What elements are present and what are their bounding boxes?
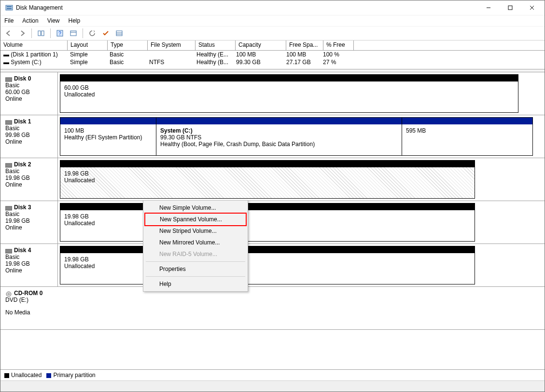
col-capacity[interactable]: Capacity [236,41,286,50]
disk-row-cdrom: CD-ROM 0 DVD (E:) No Media [0,286,545,330]
menu-new-simple-volume[interactable]: New Simple Volume... [145,202,246,214]
disk-row-3: Disk 3 Basic 19.98 GB Online 19.98 GB Un… [0,201,545,244]
disk-icon [5,248,12,253]
col-pctfree[interactable]: % Free [323,41,354,50]
svg-rect-0 [6,5,13,10]
partition-efi[interactable]: 100 MB Healthy (EFI System Partition) [60,117,156,156]
context-menu: New Simple Volume... New Spanned Volume.… [143,200,248,292]
disk-info[interactable]: Disk 2 Basic 19.98 GB Online [0,158,58,201]
menu-new-raid5-volume: New RAID-5 Volume... [145,248,246,260]
partition-unallocated[interactable]: 19.98 GB Unallocated [60,160,475,199]
statusbar [0,380,545,392]
legend: Unallocated Primary partition [0,369,545,380]
svg-rect-4 [508,6,512,10]
disk-row-4: Disk 4 Basic 19.98 GB Online 19.98 GB Un… [0,243,545,287]
partition-unallocated[interactable]: 19.98 GB Unallocated [60,246,475,284]
list-icon[interactable] [114,28,125,39]
col-freespace[interactable]: Free Spa... [286,41,323,50]
close-button[interactable] [521,1,543,14]
check-icon[interactable] [100,28,111,39]
col-status[interactable]: Status [196,41,236,50]
disk-management-icon [5,4,13,12]
cdrom-icon [5,291,12,296]
settings-icon[interactable] [68,28,79,39]
forward-icon[interactable] [17,28,28,39]
minimize-button[interactable] [477,1,499,14]
window-title: Disk Management [16,4,477,11]
partition-system[interactable]: System (C:) 99.30 GB NTFS Healthy (Boot,… [156,117,402,156]
legend-swatch-unallocated [4,373,9,378]
toolbar: ? [0,27,545,41]
partition-unallocated[interactable]: 19.98 GB Unallocated [60,203,475,242]
window: Disk Management File Action View Help ? … [0,0,545,392]
volume-grid: ▬ (Disk 1 partition 1) Simple Basic Heal… [0,51,545,69]
menu-new-spanned-volume[interactable]: New Spanned Volume... [144,213,247,226]
menu-help[interactable]: Help [145,278,246,290]
maximize-button[interactable] [499,1,521,14]
disk-info[interactable]: CD-ROM 0 DVD (E:) No Media [0,287,57,329]
disk-row-1: Disk 1 Basic 99.98 GB Online 100 MB Heal… [0,115,545,158]
menu-help[interactable]: Help [69,17,81,24]
help-icon[interactable]: ? [55,28,65,39]
legend-swatch-primary [46,373,51,378]
refresh-icon[interactable] [87,28,98,39]
col-type[interactable]: Type [108,41,148,50]
titlebar[interactable]: Disk Management [0,0,545,15]
disk-info[interactable]: Disk 0 Basic 60.00 GB Online [0,72,58,115]
volume-grid-header: Volume Layout Type File System Status Ca… [0,41,545,51]
partition-recovery[interactable]: 595 MB [402,117,533,156]
svg-rect-8 [42,31,44,36]
svg-rect-17 [5,121,12,124]
svg-rect-16 [5,78,12,81]
partition-unallocated[interactable]: 60.00 GB Unallocated [60,74,518,113]
disk-pane: Disk 0 Basic 60.00 GB Online 60.00 GB Un… [0,72,545,369]
svg-rect-7 [38,31,41,36]
svg-rect-1 [7,6,12,7]
menu-new-striped-volume[interactable]: New Striped Volume... [145,225,246,237]
svg-text:?: ? [58,31,61,36]
svg-rect-13 [116,31,122,36]
volume-row[interactable]: ▬ System (C:) Simple Basic NTFS Healthy … [0,58,545,66]
col-layout[interactable]: Layout [68,41,108,50]
disk-icon [5,120,12,124]
menu-properties[interactable]: Properties [145,263,246,275]
disk-icon [5,162,12,167]
svg-rect-11 [70,31,76,36]
svg-point-22 [8,293,10,295]
menu-view[interactable]: View [47,17,60,24]
menu-new-mirrored-volume[interactable]: New Mirrored Volume... [145,237,246,248]
menu-action[interactable]: Action [22,17,38,24]
col-filesystem[interactable]: File System [148,41,196,50]
svg-rect-2 [7,8,12,9]
svg-rect-18 [5,163,12,167]
col-volume[interactable]: Volume [0,41,68,50]
volume-row[interactable]: ▬ (Disk 1 partition 1) Simple Basic Heal… [0,51,545,58]
back-icon[interactable] [3,28,14,39]
menubar: File Action View Help [0,15,545,27]
volume-icon: ▬ [3,59,11,66]
menu-file[interactable]: File [4,17,14,24]
disk-icon [5,77,12,81]
disk-info[interactable]: Disk 3 Basic 19.98 GB Online [0,201,58,243]
disk-icon [5,205,12,210]
disk-info[interactable]: Disk 4 Basic 19.98 GB Online [0,244,58,286]
disk-row-0: Disk 0 Basic 60.00 GB Online 60.00 GB Un… [0,72,545,115]
svg-rect-19 [5,206,12,210]
show-hide-icon[interactable] [36,28,46,39]
svg-rect-20 [5,249,12,253]
volume-icon: ▬ [3,51,11,58]
splitter[interactable] [0,69,545,72]
disk-info[interactable]: Disk 1 Basic 99.98 GB Online [0,115,58,158]
disk-row-2: Disk 2 Basic 19.98 GB Online 19.98 GB Un… [0,158,545,201]
